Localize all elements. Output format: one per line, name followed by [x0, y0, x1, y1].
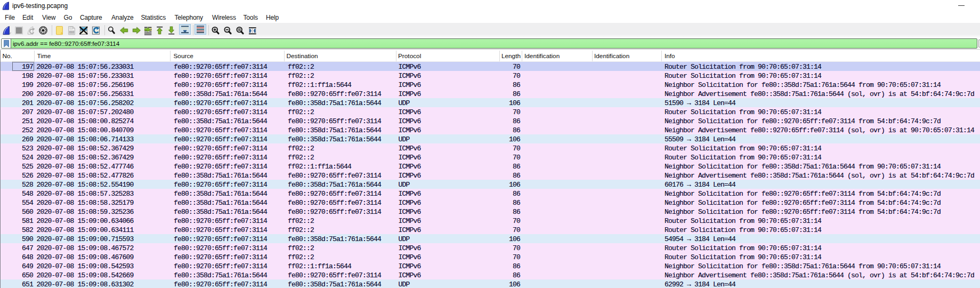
svg-text:010: 010 [69, 30, 74, 34]
